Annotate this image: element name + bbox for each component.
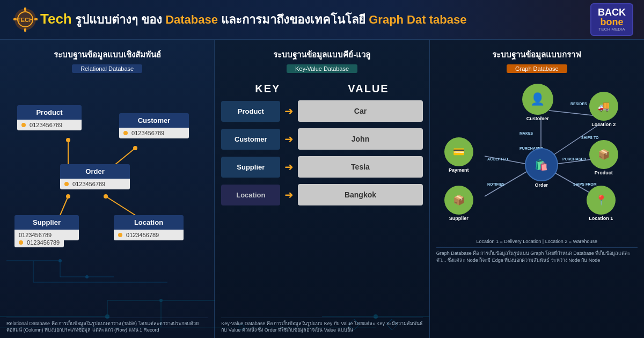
customer-row: 0123456789 (119, 128, 189, 138)
kv-key-supplier: Supplier (221, 157, 280, 178)
supplier-table: Supplier 0123456789 (14, 215, 79, 240)
section2-title: ระบบฐานข้อมูลแบบคีย์-แวลู (221, 48, 422, 61)
location-value: 0123456789 (126, 232, 159, 238)
product-graph-label: Product (595, 170, 613, 175)
kv-row-product: Product ➜ Car (221, 100, 422, 122)
svg-point-11 (133, 146, 137, 150)
order-dot (64, 182, 69, 186)
kv-value-location: Bangkok (298, 184, 422, 205)
product-graph-node: 📦 Product (589, 140, 618, 175)
section3-badge-wrapper: Graph Database (436, 63, 638, 78)
relational-diagram: Product 0123456789 Customer 0123456789 O… (6, 78, 208, 250)
kv-key-customer: Customer (221, 129, 280, 150)
location2-node: 🚚 Location 2 (589, 92, 618, 127)
order-node: 🛍️ Order (525, 148, 558, 188)
order-label: Order (535, 182, 548, 188)
customer-node: 👤 Customer (522, 84, 553, 121)
section-graph: ระบบฐานข้อมูลแบบกราฟ Graph Database (430, 40, 644, 338)
location1-node: 📍 Location 1 (587, 186, 616, 221)
title-graph: Graph Dat (369, 13, 426, 26)
location-dot (118, 233, 122, 237)
location-table: Location 0123456789 (114, 215, 184, 240)
svg-rect-4 (24, 28, 26, 32)
logo-back: BACK (598, 8, 626, 17)
location-row: 0123456789 (114, 230, 184, 240)
svg-rect-5 (13, 18, 17, 20)
svg-point-13 (66, 194, 70, 199)
kv-arrow-location: ➜ (284, 188, 294, 201)
section-relational: ระบบฐานข้อมูลแบบเชิงสัมพันธ์ Relational … (0, 40, 215, 338)
location1-circle: 📍 (587, 186, 616, 215)
kv-row-supplier: Supplier ➜ Tesla (221, 156, 422, 178)
section3-footer: Graph Database คือ การเก็บข้อมูลในรูปแบบ… (436, 247, 638, 263)
customer-header: Customer (119, 113, 189, 128)
graph-diagram: RESIDES MAKES ACCEPTED PURCHASED SHIPS F… (436, 81, 638, 237)
kv-headers: KEY VALUE (221, 83, 422, 95)
graph-legend: Location 1 = Delivery Location | Locatio… (436, 239, 638, 244)
customer-value: 0123456789 (131, 130, 164, 136)
section1-badge: Relational Database (72, 64, 142, 73)
location1-label: Location 1 (589, 216, 613, 221)
kv-arrow-supplier: ➜ (284, 160, 294, 173)
section-keyvalue: ระบบฐานข้อมูลแบบคีย์-แวลู Key-Value Data… (215, 40, 429, 338)
title-tech: Tech (40, 11, 72, 27)
logo-area: TECH (11, 5, 40, 34)
location2-label: Location 2 (591, 122, 616, 127)
logo-bone: bone (601, 17, 624, 27)
supplier-label: Supplier (449, 216, 469, 221)
kv-area: KEY VALUE Product ➜ Car Customer ➜ John … (221, 83, 422, 318)
kv-value-customer: John (298, 128, 422, 150)
kv-arrow-product: ➜ (284, 105, 294, 117)
section1-footer: Relational Database คือ การเก็บข้อมูลในร… (6, 318, 208, 334)
section2-footer: Key-Value Database คือ การเก็บข้อมูลในรู… (221, 318, 422, 334)
title-main: รูปแบบต่างๆ ของ (75, 13, 165, 26)
payment-label: Payment (449, 167, 469, 173)
circuit-svg (6, 250, 208, 293)
circuit-decor (6, 250, 208, 314)
section3-title: ระบบฐานข้อมูลแบบกราฟ (436, 48, 638, 61)
section1-title: ระบบฐานข้อมูลแบบเชิงสัมพันธ์ (6, 48, 208, 61)
kv-arrow-customer: ➜ (284, 133, 294, 145)
svg-text:MAKES: MAKES (519, 131, 533, 135)
customer-dot (123, 131, 128, 135)
payment-circle: 💳 (444, 137, 473, 166)
customer-table: Customer 0123456789 (119, 113, 189, 138)
kv-key-location: Location (221, 185, 280, 205)
supplier-graph-node: 📦 Supplier (444, 186, 473, 221)
logo-subtitle: TECH MEDIA (598, 27, 625, 32)
customer-circle: 👤 (522, 84, 553, 115)
svg-point-24 (85, 275, 89, 278)
svg-line-14 (106, 196, 135, 215)
svg-text:NOTIFIES: NOTIFIES (487, 182, 505, 186)
kv-col-key: KEY (255, 83, 280, 95)
kv-key-product: Product (221, 101, 280, 122)
location-header: Location (114, 215, 184, 230)
bottom-dot (19, 240, 23, 245)
kv-col-value: VALUE (348, 83, 389, 95)
order-circle: 🛍️ (525, 148, 558, 181)
backbone-logo: BACK bone TECH MEDIA (590, 3, 633, 36)
header-title: Tech รูปแบบต่างๆ ของ Database และการมาถึ… (40, 10, 590, 29)
kv-row-customer: Customer ➜ John (221, 128, 422, 150)
svg-text:PURCHASED: PURCHASED (562, 157, 586, 161)
order-table: Order 0123456789 (60, 164, 130, 189)
order-header: Order (60, 164, 130, 179)
title-mid: และการมาถึงของเทคโนโลยี (221, 13, 369, 26)
svg-line-12 (60, 196, 68, 215)
svg-text:TECH: TECH (17, 17, 33, 23)
product-table: Product 0123456789 (17, 105, 82, 130)
svg-point-15 (104, 194, 108, 199)
section2-badge: Key-Value Database (287, 64, 357, 73)
svg-text:RESIDES: RESIDES (570, 102, 587, 106)
section3-badge: Graph Database (507, 64, 567, 73)
svg-point-8 (66, 138, 70, 142)
kv-value-supplier: Tesla (298, 156, 422, 178)
svg-text:SHIPS TO: SHIPS TO (581, 136, 599, 139)
supplier-header: Supplier (14, 215, 79, 230)
title-graph-more: tabase (429, 13, 467, 26)
product-value: 0123456789 (30, 122, 62, 128)
supplier-graph-circle: 📦 (444, 186, 473, 215)
kv-row-location: Location ➜ Bangkok (221, 184, 422, 205)
order-row: 0123456789 (60, 179, 130, 189)
svg-rect-6 (34, 18, 38, 20)
